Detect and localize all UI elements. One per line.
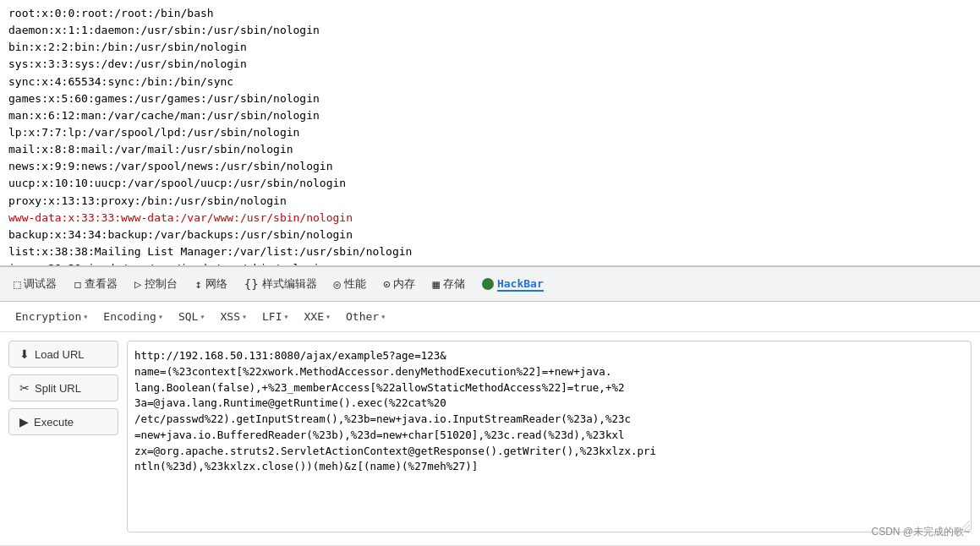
menu-item-label: Encoding	[103, 310, 156, 323]
hackbar-dot-icon	[482, 278, 494, 290]
terminal-line: sync:x:4:65534:sync:/bin:/bin/sync	[8, 74, 972, 90]
load-url-button[interactable]: ⬇ Load URL	[8, 341, 118, 368]
execute-icon: ▶	[19, 415, 29, 429]
terminal-line: news:x:9:9:news:/var/spool/news:/usr/sbi…	[8, 158, 972, 175]
devtools-item-label: 样式编辑器	[262, 276, 317, 292]
devtools-item-label: 网络	[205, 276, 227, 292]
hackbar-panel: Encryption ▾Encoding ▾SQL ▾XSS ▾LFI ▾XXE…	[0, 302, 980, 546]
menu-item-label: Other	[346, 310, 379, 323]
execute-label: Execute	[34, 416, 74, 429]
terminal-line: sys:x:3:3:sys:/dev:/usr/sbin/nologin	[8, 56, 972, 73]
devtools-item-label: 控制台	[145, 276, 178, 292]
hackbar-menu-xxe[interactable]: XXE ▾	[298, 307, 338, 326]
devtools-item-label: 调试器	[24, 276, 57, 292]
devtools-item-label: 查看器	[85, 276, 118, 292]
split-url-label: Split URL	[35, 382, 81, 395]
menu-item-arrow: ▾	[242, 312, 247, 321]
debugger-icon: ▷	[134, 277, 141, 291]
devtools-item-console[interactable]: ◻查看器	[67, 272, 123, 296]
devtools-item-style-editor[interactable]: {}样式编辑器	[238, 272, 324, 296]
terminal-line: uucp:x:10:10:uucp:/var/spool/uucp:/usr/s…	[8, 175, 972, 192]
devtools-item-label: 性能	[344, 276, 366, 292]
hackbar-menu-encryption[interactable]: Encryption ▾	[8, 307, 95, 326]
network-icon: ↕	[194, 277, 201, 291]
hackbar-menu-other[interactable]: Other ▾	[339, 307, 392, 326]
devtools-toolbar: ⬚调试器◻查看器▷控制台↕网络{}样式编辑器◎性能⊙内存▦存储HackBar	[0, 266, 980, 302]
menu-item-arrow: ▾	[283, 312, 288, 321]
devtools-item-network[interactable]: ↕网络	[188, 272, 233, 296]
memory-icon: ⊙	[383, 277, 390, 291]
watermark: CSDN @未完成的歌~	[871, 525, 970, 539]
menu-item-arrow: ▾	[326, 312, 331, 321]
load-url-icon: ⬇	[19, 347, 30, 361]
url-textarea[interactable]	[127, 341, 972, 532]
split-url-button[interactable]: ✂ Split URL	[8, 374, 118, 401]
menu-item-arrow: ▾	[83, 312, 88, 321]
terminal-line: list:x:38:38:Mailing List Manager:/var/l…	[8, 243, 972, 260]
split-url-icon: ✂	[19, 381, 30, 395]
menu-item-label: XSS	[220, 310, 239, 323]
terminal-line: www-data:x:33:33:www-data:/var/www:/usr/…	[8, 210, 972, 227]
devtools-item-label: 内存	[393, 276, 415, 292]
console-icon: ◻	[74, 277, 80, 291]
terminal-line: backup:x:34:34:backup:/var/backups:/usr/…	[8, 227, 972, 243]
hackbar-menu-sql[interactable]: SQL ▾	[172, 307, 212, 326]
performance-icon: ◎	[334, 277, 341, 291]
load-url-label: Load URL	[35, 348, 85, 361]
hackbar-buttons: ⬇ Load URL ✂ Split URL ▶ Execute	[8, 341, 118, 532]
menu-item-arrow: ▾	[381, 312, 386, 321]
hackbar-menu: Encryption ▾Encoding ▾SQL ▾XSS ▾LFI ▾XXE…	[0, 302, 980, 332]
devtools-item-debugger[interactable]: ▷控制台	[128, 272, 184, 296]
terminal-line: bin:x:2:2:bin:/bin:/usr/sbin/nologin	[8, 39, 972, 56]
devtools-item-memory[interactable]: ⊙内存	[376, 272, 422, 296]
hackbar-main: ⬇ Load URL ✂ Split URL ▶ Execute	[0, 332, 980, 541]
menu-item-label: SQL	[178, 310, 198, 323]
execute-button[interactable]: ▶ Execute	[8, 408, 118, 435]
menu-item-label: Encryption	[15, 310, 81, 323]
terminal-line: daemon:x:1:1:daemon:/usr/sbin:/usr/sbin/…	[8, 22, 972, 39]
hackbar-menu-xss[interactable]: XSS ▾	[213, 307, 254, 326]
menu-item-label: LFI	[262, 310, 282, 323]
terminal-line: games:x:5:60:games:/usr/games:/usr/sbin/…	[8, 90, 972, 107]
terminal-line: irc:x:39:39:ircd:/var/run/ircd:/usr/sbin…	[8, 260, 972, 266]
devtools-item-storage[interactable]: ▦存储	[425, 272, 471, 296]
hackbar-menu-lfi[interactable]: LFI ▾	[255, 307, 296, 326]
devtools-item-label: HackBar	[497, 277, 544, 292]
menu-item-label: XXE	[304, 310, 324, 323]
terminal-line: lp:x:7:7:lp:/var/spool/lpd:/usr/sbin/nol…	[8, 124, 972, 141]
storage-icon: ▦	[432, 277, 439, 291]
devtools-item-inspector[interactable]: ⬚调试器	[7, 272, 63, 296]
menu-item-arrow: ▾	[158, 312, 163, 321]
hackbar-menu-encoding[interactable]: Encoding ▾	[96, 307, 170, 326]
terminal-line: proxy:x:13:13:proxy:/bin:/usr/sbin/nolog…	[8, 193, 972, 210]
devtools-item-hackbar[interactable]: HackBar	[475, 273, 550, 296]
devtools-item-performance[interactable]: ◎性能	[327, 272, 373, 296]
terminal-output: root:x:0:0:root:/root:/bin/bashdaemon:x:…	[0, 0, 980, 266]
terminal-line: mail:x:8:8:mail:/var/mail:/usr/sbin/nolo…	[8, 141, 972, 158]
url-textarea-wrap	[127, 341, 972, 532]
inspector-icon: ⬚	[14, 277, 20, 291]
terminal-line: man:x:6:12:man:/var/cache/man:/usr/sbin/…	[8, 107, 972, 124]
devtools-item-label: 存储	[443, 276, 465, 292]
menu-item-arrow: ▾	[200, 312, 205, 321]
terminal-line: root:x:0:0:root:/root:/bin/bash	[8, 5, 972, 22]
style-editor-icon: {}	[244, 277, 259, 291]
